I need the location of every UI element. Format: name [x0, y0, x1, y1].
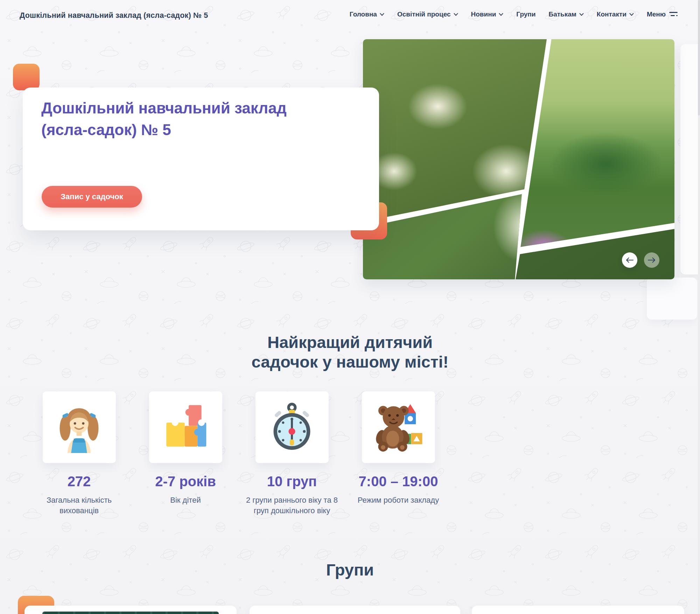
- group-card[interactable]: [24, 606, 237, 614]
- group-card[interactable]: [250, 606, 460, 614]
- stat-label: 2 групи раннього віку та 8 груп дошкільн…: [241, 495, 343, 516]
- stopwatch-icon: [266, 402, 317, 453]
- site-logo[interactable]: Дошкільний навчальний заклад (ясла-садок…: [20, 11, 208, 20]
- scrollbar-track[interactable]: [698, 0, 700, 614]
- stat-label: Режим роботи закладу: [358, 495, 439, 505]
- nav-item-label: Освітній процес: [397, 11, 451, 18]
- nav-item-groups[interactable]: Групи: [516, 11, 536, 18]
- orange-accent-shape: [13, 64, 40, 90]
- menu-lines-icon: [669, 12, 678, 17]
- nav-item-contacts[interactable]: Контакти: [597, 11, 634, 18]
- arrow-right-icon: [648, 257, 656, 263]
- hero-title-line2: (ясла-садок) № 5: [41, 119, 360, 141]
- stat-value: 272: [68, 474, 91, 489]
- chevron-down-icon: [454, 13, 458, 16]
- arrow-left-icon: [626, 257, 634, 263]
- nav-item-label: Батькам: [549, 11, 576, 18]
- nav-item-parents[interactable]: Батькам: [549, 11, 584, 18]
- chevron-down-icon: [499, 13, 503, 16]
- teddy-bear-icon: [373, 402, 424, 453]
- enroll-button[interactable]: Запис у садочок: [42, 186, 142, 208]
- stat-working-hours: 7:00 – 19:00 Режим роботи закладу: [347, 391, 449, 516]
- nav-item-label: Головна: [350, 11, 377, 18]
- nav-item-education-process[interactable]: Освітній процес: [397, 11, 458, 18]
- nav-item-label: Новини: [471, 11, 496, 18]
- hero-photo-collage[interactable]: [363, 39, 674, 279]
- stats-row: 272 Загальна кількість вихованців 2-7 ро…: [28, 391, 449, 516]
- intro-heading-line2: садочок у нашому місті!: [0, 352, 700, 372]
- kindergarten-homepage: Дошкільний навчальний заклад (ясла-садок…: [0, 0, 700, 614]
- carousel-prev-button[interactable]: [622, 252, 637, 268]
- stat-groups-count: 10 груп 2 групи раннього віку та 8 груп …: [241, 391, 343, 516]
- hero-card: Дошкільний навчальний заклад (ясла-садок…: [23, 88, 379, 230]
- chevron-down-icon: [579, 13, 584, 16]
- stat-children-age: 2-7 років Вік дітей: [134, 391, 237, 516]
- stat-value: 2-7 років: [155, 474, 216, 489]
- carousel-slide-shadow: [647, 278, 697, 320]
- chevron-down-icon: [380, 13, 384, 16]
- stat-icon-card: [255, 391, 329, 463]
- section-heading-best-kindergarten: Найкращий дитячий садочок у нашому місті…: [0, 333, 700, 372]
- nav-item-news[interactable]: Новини: [471, 11, 504, 18]
- stat-icon-card: [149, 391, 222, 463]
- stat-icon-card: [362, 391, 435, 463]
- carousel-next-button[interactable]: [644, 252, 659, 268]
- main-nav: Головна Освітній процес Новини Групи Бат…: [350, 11, 678, 18]
- nav-item-menu[interactable]: Меню: [647, 11, 678, 18]
- nav-item-label: Групи: [516, 11, 536, 18]
- section-heading-groups: Групи: [0, 560, 700, 579]
- chevron-down-icon: [629, 13, 634, 16]
- stat-value: 7:00 – 19:00: [359, 474, 438, 489]
- puzzle-icon: [160, 402, 211, 453]
- stat-total-children: 272 Загальна кількість вихованців: [28, 391, 130, 516]
- intro-heading-line1: Найкращий дитячий: [0, 333, 700, 352]
- stat-value: 10 груп: [267, 474, 317, 489]
- stat-icon-card: [43, 391, 116, 463]
- girl-icon: [54, 402, 105, 453]
- nav-item-label: Меню: [647, 11, 666, 18]
- nav-item-label: Контакти: [597, 11, 626, 18]
- carousel-next-slide-preview: [680, 44, 700, 274]
- nav-item-home[interactable]: Головна: [350, 11, 384, 18]
- scrollbar-thumb[interactable]: [698, 0, 700, 116]
- group-card[interactable]: [472, 606, 684, 614]
- hero-title: Дошкільний навчальний заклад (ясла-садок…: [41, 97, 360, 141]
- stat-label: Вік дітей: [170, 495, 201, 505]
- hero-title-line1: Дошкільний навчальний заклад: [41, 97, 360, 119]
- stat-label: Загальна кількість вихованців: [35, 495, 123, 516]
- group-photo: [42, 612, 219, 614]
